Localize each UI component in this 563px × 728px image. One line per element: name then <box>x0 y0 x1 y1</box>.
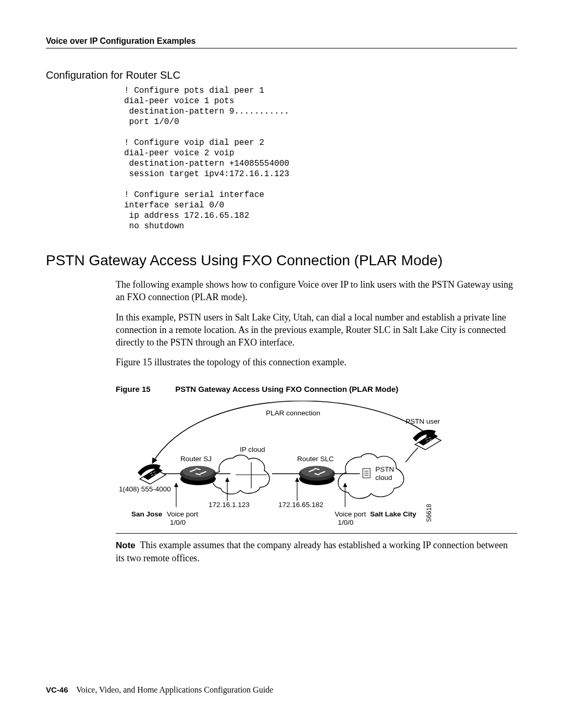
label-salt-lake: Salt Lake City <box>370 510 417 518</box>
label-ip-slc: 172.16.65.182 <box>278 501 323 509</box>
section-title-main: PSTN Gateway Access Using FXO Connection… <box>46 252 517 269</box>
label-pstn-cloud-2: cloud <box>375 474 392 482</box>
label-port-num-slc: 1/0/0 <box>338 519 353 526</box>
figure-15-diagram: PLAR connection PSTN user Router SJ IP c… <box>116 401 449 521</box>
label-pstn-cloud-1: PSTN <box>375 465 394 473</box>
label-phone-number: 1(408) 555-4000 <box>119 485 171 493</box>
phone-icon <box>413 430 441 450</box>
para-2: In this example, PSTN users in Salt Lake… <box>46 311 517 349</box>
figure-caption: Figure 15 PSTN Gateway Access Using FXO … <box>46 385 517 393</box>
label-plar: PLAR connection <box>266 409 320 417</box>
label-voice-port-slc: Voice port <box>335 510 366 518</box>
label-ip-cloud: IP cloud <box>240 446 265 453</box>
svg-point-6 <box>182 466 214 477</box>
note-rule <box>116 533 517 534</box>
running-head: Voice over IP Configuration Examples <box>46 36 517 46</box>
label-side-id: S6618 <box>425 504 433 522</box>
para-1: The following example shows how to confi… <box>46 278 517 304</box>
note-body: This example assumes that the company al… <box>116 540 508 563</box>
para-3: Figure 15 illustrates the topology of th… <box>46 356 517 368</box>
figure-title: PSTN Gateway Access Using FXO Connection… <box>175 385 398 393</box>
phone-icon <box>138 464 166 484</box>
note-text: Note This example assumes that the compa… <box>46 539 517 564</box>
label-voice-port-sj: Voice port <box>167 510 198 518</box>
label-port-num-sj: 1/0/0 <box>170 519 186 526</box>
book-title: Voice, Video, and Home Applications Conf… <box>76 685 273 694</box>
page-footer: VC-46 Voice, Video, and Home Application… <box>46 685 273 695</box>
code-block-slc: ! Configure pots dial peer 1 dial-peer v… <box>124 85 517 231</box>
header-rule <box>46 48 517 48</box>
label-router-sj: Router SJ <box>180 455 212 463</box>
svg-point-9 <box>301 466 333 477</box>
label-pstn-user: PSTN user <box>406 417 440 425</box>
label-san-jose: San Jose <box>131 510 162 518</box>
page-number: VC-46 <box>46 685 68 694</box>
section-title-config-slc: Configuration for Router SLC <box>46 69 517 81</box>
note-label: Note <box>116 540 136 550</box>
figure-number: Figure 15 <box>116 385 173 393</box>
label-router-slc: Router SLC <box>297 455 334 463</box>
label-ip-sj: 172.16.1.123 <box>209 501 250 509</box>
